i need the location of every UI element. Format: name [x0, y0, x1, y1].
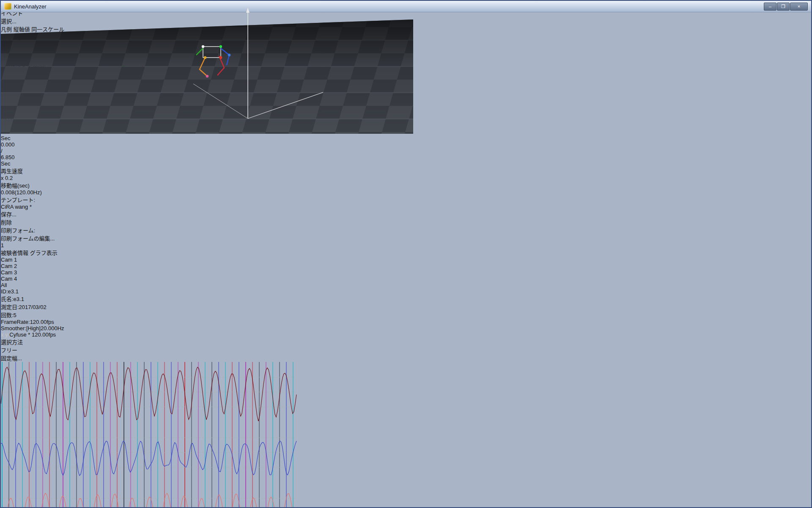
- fps-label: 120.00fps: [32, 331, 56, 338]
- tab-cam4[interactable]: Cam 4: [1, 276, 811, 282]
- selection-method-dropdown[interactable]: フリー: [1, 346, 33, 354]
- sec-unit: Sec: [1, 135, 10, 141]
- step-width-label: 移動幅(sec): [1, 182, 30, 189]
- close-button[interactable]: ×: [790, 3, 808, 11]
- 3d-scene[interactable]: [1, 1, 413, 134]
- tab-cam3[interactable]: Cam 3: [1, 269, 811, 276]
- current-time-field: 0.000: [1, 141, 23, 148]
- model-name-label: Cyfuse *: [9, 331, 30, 338]
- selection-method-label: 選択方法: [1, 339, 23, 345]
- step-width-value: 0.008(120.00Hz): [1, 189, 42, 196]
- print-form-label: 印刷フォーム:: [1, 227, 35, 234]
- minimize-button[interactable]: –: [764, 3, 776, 11]
- sec-unit: Sec: [1, 160, 10, 167]
- total-time-field: 6.850: [1, 154, 25, 160]
- play-speed-label: 再生速度: [1, 168, 23, 174]
- template-delete-button[interactable]: 削除: [1, 218, 25, 226]
- subject-info-text: ID:e3.1氏名:e3.1測定日:2017/03/02回数:5FrameRat…: [1, 288, 811, 331]
- time-series-graph-panel: 選択方法 フリー 固定幅... 806040 40200-20 6.86.46.…: [1, 338, 811, 508]
- y-axis-label: y: [5, 331, 8, 338]
- kineanalyzer-window: KineAnalyzer – ❐ × 測定(F)表示(V)レイアウト(T)動画(…: [0, 0, 812, 508]
- tab-cam2[interactable]: Cam 2: [1, 263, 811, 269]
- 3d-view-panel: x y Cyfuse * 120.00fps: [1, 331, 811, 338]
- play-speed-dropdown[interactable]: x 0.2: [1, 175, 31, 181]
- maximize-button[interactable]: ❐: [777, 3, 790, 11]
- tab-all[interactable]: All: [1, 282, 811, 288]
- video-panel: 1 被験者情報 グラフ表示 Cam 1 Cam 2 Cam 3 Cam 4 Al…: [1, 242, 811, 331]
- x-axis-label: x: [1, 331, 4, 338]
- graph-display-checkbox[interactable]: グラフ表示: [30, 250, 58, 256]
- tab-cam1[interactable]: Cam 1: [1, 257, 811, 263]
- template-label: テンプレート:: [1, 197, 35, 203]
- print-form-edit-button[interactable]: 印刷フォームの編集...: [1, 234, 69, 242]
- slash: /: [1, 148, 3, 154]
- selection-method-value: フリー: [1, 347, 17, 353]
- step-width-dropdown[interactable]: 0.008(120.00Hz): [1, 189, 48, 196]
- video-display[interactable]: ID:e3.1氏名:e3.1測定日:2017/03/02回数:5FrameRat…: [1, 288, 811, 331]
- camera-number-badge: 1: [1, 242, 811, 248]
- template-save-button[interactable]: 保存...: [1, 210, 27, 218]
- template-value: CiRA wang *: [1, 204, 32, 210]
- subject-info-checkbox[interactable]: 被験者情報: [1, 250, 28, 256]
- template-dropdown[interactable]: CiRA wang *: [1, 204, 71, 210]
- time-series-plot-area[interactable]: [1, 362, 297, 508]
- play-speed-value: x 0.2: [1, 175, 13, 181]
- fixed-width-button[interactable]: 固定幅...: [1, 354, 24, 362]
